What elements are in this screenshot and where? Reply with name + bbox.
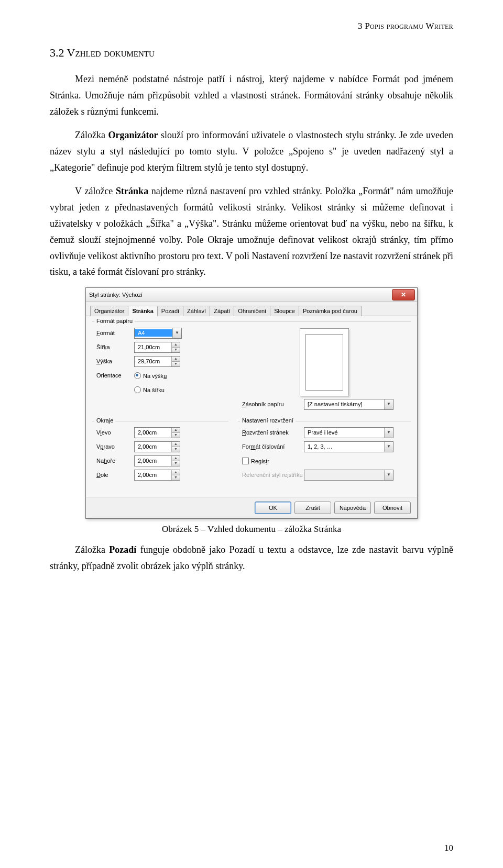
p4-a: Záložka bbox=[75, 544, 109, 555]
spin-up-icon[interactable]: ▲ bbox=[171, 342, 180, 348]
p2-b: Organizátor bbox=[108, 130, 158, 140]
group-title-paper: Formát papíru bbox=[94, 318, 135, 324]
tab-poznamka[interactable]: Poznámka pod čarou bbox=[299, 306, 362, 316]
p3-b: Stránka bbox=[116, 186, 148, 196]
label-left: Vlevo bbox=[96, 429, 134, 436]
top-stepper[interactable]: 2,00cm▲▼ bbox=[134, 455, 180, 466]
width-stepper[interactable]: 21,00cm ▲▼ bbox=[134, 342, 180, 353]
tab-sloupce[interactable]: Sloupce bbox=[270, 306, 299, 316]
paragraph-4: Záložka Pozadí funguje obdobně jako Poza… bbox=[50, 542, 453, 574]
cancel-button[interactable]: Zrušit bbox=[294, 502, 331, 514]
right-stepper[interactable]: 2,00cm▲▼ bbox=[134, 441, 180, 452]
format-combo[interactable]: A4 ▼ bbox=[134, 328, 182, 339]
radio-landscape[interactable]: Na šířku bbox=[134, 386, 165, 393]
dialog-tabs: Organizátor Stránka Pozadí Záhlaví Zápat… bbox=[86, 302, 417, 316]
register-checkbox[interactable]: Registr bbox=[242, 458, 269, 464]
paragraph-1: Mezi neméně podstatné nástroje patří i n… bbox=[50, 71, 453, 120]
dialog-titlebar[interactable]: Styl stránky: Výchozí ✕ bbox=[86, 288, 417, 302]
spin-up-icon[interactable]: ▲ bbox=[171, 428, 180, 433]
bottom-stepper[interactable]: 2,00cm▲▼ bbox=[134, 470, 180, 481]
portrait-label: Na výšku bbox=[143, 373, 167, 379]
group-layout: Nastavení rozvržení Rozvržení stránek Pr… bbox=[238, 421, 411, 487]
group-margins: Okraje Vlevo 2,00cm▲▼ Vpravo 2,00cm▲▼ Na… bbox=[92, 421, 228, 487]
label-right: Vpravo bbox=[96, 443, 134, 450]
radio-on-icon bbox=[134, 372, 141, 379]
paragraph-2: Záložka Organizátor slouží pro informová… bbox=[50, 127, 453, 176]
label-format: Formát bbox=[96, 330, 134, 336]
bottom-value: 2,00cm bbox=[135, 471, 171, 478]
tab-stranka[interactable]: Stránka bbox=[128, 306, 157, 316]
page-style-dialog: Styl stránky: Výchozí ✕ Organizátor Strá… bbox=[85, 287, 418, 519]
reset-button[interactable]: Obnovit bbox=[374, 502, 411, 514]
numformat-combo[interactable]: 1, 2, 3, …▼ bbox=[304, 441, 393, 452]
pagelayout-value: Pravé i levé bbox=[304, 429, 384, 436]
dialog-title: Styl stránky: Výchozí bbox=[89, 292, 143, 298]
close-icon[interactable]: ✕ bbox=[392, 289, 415, 301]
chevron-down-icon[interactable]: ▼ bbox=[384, 399, 393, 409]
spin-up-icon[interactable]: ▲ bbox=[171, 357, 180, 362]
label-orientation: Orientace bbox=[96, 372, 134, 379]
checkbox-icon bbox=[242, 458, 249, 464]
label-height: Výška bbox=[96, 358, 134, 364]
chevron-down-icon[interactable]: ▼ bbox=[172, 328, 181, 338]
spin-up-icon[interactable]: ▲ bbox=[171, 456, 180, 461]
format-value: A4 bbox=[135, 329, 172, 337]
p3-c: najdeme různá nastavení pro vzhled strán… bbox=[50, 186, 453, 277]
section-heading: 3.2 Vzhled dokumentu bbox=[50, 46, 453, 60]
page-preview-inner bbox=[305, 334, 343, 391]
label-refstyle: Referenční styl rejstříku bbox=[242, 472, 304, 478]
left-stepper[interactable]: 2,00cm▲▼ bbox=[134, 427, 180, 438]
label-pagelayout: Rozvržení stránek bbox=[242, 429, 304, 436]
figure-caption: Obrázek 5 – Vzhled dokumentu – záložka S… bbox=[50, 524, 453, 535]
width-value: 21,00cm bbox=[135, 343, 171, 351]
pagelayout-combo[interactable]: Pravé i levé▼ bbox=[304, 427, 393, 438]
height-stepper[interactable]: 29,70cm ▲▼ bbox=[134, 356, 180, 367]
tab-zapati[interactable]: Zápatí bbox=[210, 306, 234, 316]
radio-portrait[interactable]: Na výšku bbox=[134, 372, 167, 379]
help-button[interactable]: Nápověda bbox=[334, 502, 371, 514]
label-width: Šířka bbox=[96, 344, 134, 350]
label-numformat: Formát číslování bbox=[242, 443, 304, 450]
register-label: Registr bbox=[251, 458, 269, 464]
spin-down-icon[interactable]: ▼ bbox=[171, 475, 180, 480]
spin-down-icon[interactable]: ▼ bbox=[171, 433, 180, 438]
page-number: 10 bbox=[444, 843, 453, 853]
figure-dialog: Styl stránky: Výchozí ✕ Organizátor Strá… bbox=[50, 287, 453, 519]
p3-a: V záložce bbox=[75, 186, 116, 196]
chevron-down-icon[interactable]: ▼ bbox=[384, 442, 393, 452]
spin-up-icon[interactable]: ▲ bbox=[171, 442, 180, 447]
label-top: Nahoře bbox=[96, 458, 134, 464]
left-value: 2,00cm bbox=[135, 429, 171, 436]
tab-ohraniceni[interactable]: Ohraničení bbox=[234, 306, 270, 316]
chevron-down-icon: ▼ bbox=[384, 470, 393, 480]
ok-button[interactable]: OK bbox=[255, 502, 291, 514]
document-page: 3 Popis programu Writer 3.2 Vzhled dokum… bbox=[0, 0, 503, 868]
tab-zahlavi[interactable]: Záhlaví bbox=[183, 306, 210, 316]
p4-b: Pozadí bbox=[109, 544, 136, 555]
chevron-down-icon[interactable]: ▼ bbox=[384, 428, 393, 438]
refstyle-value bbox=[304, 474, 384, 475]
tray-value: [Z nastavení tiskárny] bbox=[304, 400, 384, 408]
label-bottom: Dole bbox=[96, 472, 134, 478]
spin-up-icon[interactable]: ▲ bbox=[171, 470, 180, 475]
right-value: 2,00cm bbox=[135, 443, 171, 450]
spin-down-icon[interactable]: ▼ bbox=[171, 348, 180, 352]
running-header: 3 Popis programu Writer bbox=[50, 21, 453, 31]
group-title-margins: Okraje bbox=[94, 417, 115, 424]
landscape-label: Na šířku bbox=[143, 387, 165, 393]
paragraph-3: V záložce Stránka najdeme různá nastaven… bbox=[50, 183, 453, 281]
dialog-body: Formát papíru Formát A4 ▼ Šíř bbox=[86, 316, 417, 497]
group-title-layout: Nastavení rozvržení bbox=[240, 417, 296, 424]
spin-down-icon[interactable]: ▼ bbox=[171, 461, 180, 466]
tray-combo[interactable]: [Z nastavení tiskárny] ▼ bbox=[304, 399, 393, 410]
group-paper-format: Formát papíru Formát A4 ▼ Šíř bbox=[92, 321, 411, 417]
top-value: 2,00cm bbox=[135, 457, 171, 464]
spin-down-icon[interactable]: ▼ bbox=[171, 447, 180, 452]
page-preview bbox=[300, 328, 349, 396]
tab-organizator[interactable]: Organizátor bbox=[90, 306, 128, 316]
tab-pozadi[interactable]: Pozadí bbox=[157, 306, 183, 316]
height-value: 29,70cm bbox=[135, 358, 171, 365]
radio-off-icon bbox=[134, 386, 141, 393]
spin-down-icon[interactable]: ▼ bbox=[171, 362, 180, 366]
dialog-buttons: OK Zrušit Nápověda Obnovit bbox=[86, 497, 417, 518]
